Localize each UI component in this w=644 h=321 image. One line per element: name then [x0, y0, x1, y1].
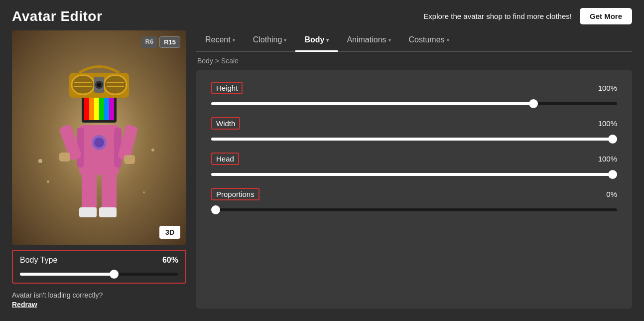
height-label: Height: [211, 82, 243, 94]
width-label-row: Width 100%: [211, 117, 617, 130]
body-type-section: Body Type 60%: [12, 250, 186, 284]
height-slider-row: Height 100%: [211, 82, 617, 107]
proportions-label: Proportions: [211, 188, 259, 200]
tab-clothing[interactable]: Clothing ▾: [244, 30, 296, 52]
scale-panel: Height 100% Width 100% Head 100%: [196, 70, 632, 309]
tab-clothing-label: Clothing: [253, 35, 282, 44]
width-slider-row: Width 100%: [211, 117, 617, 143]
svg-rect-31: [59, 153, 70, 161]
page-title: Avatar Editor: [12, 8, 102, 24]
height-slider[interactable]: [211, 102, 617, 105]
svg-point-28: [97, 83, 101, 87]
body-type-slider[interactable]: [20, 273, 178, 276]
avatar-issue-text: Avatar isn't loading correctly?: [12, 291, 103, 299]
costumes-chevron-icon: ▾: [447, 37, 449, 43]
svg-rect-4: [102, 172, 117, 212]
svg-rect-3: [82, 172, 97, 212]
width-slider[interactable]: [211, 138, 617, 141]
avatar-preview: R6 R15: [12, 30, 186, 245]
head-label-row: Head 100%: [211, 153, 617, 165]
header: Avatar Editor Explore the avatar shop to…: [0, 0, 644, 30]
head-slider[interactable]: [211, 173, 617, 176]
tab-animations-label: Animations: [347, 35, 386, 44]
head-label: Head: [211, 153, 239, 165]
proportions-value: 0%: [606, 190, 617, 198]
view-3d-button[interactable]: 3D: [159, 226, 180, 239]
proportions-label-row: Proportions 0%: [211, 188, 617, 200]
avatar-issue-section: Avatar isn't loading correctly? Redraw: [12, 291, 186, 309]
redraw-link[interactable]: Redraw: [12, 301, 186, 309]
width-value: 100%: [598, 119, 617, 128]
body-type-header: Body Type 60%: [20, 256, 178, 265]
width-label: Width: [211, 117, 240, 130]
tab-costumes-label: Costumes: [409, 35, 445, 44]
breadcrumb: Body > Scale: [196, 57, 632, 65]
svg-rect-5: [79, 207, 97, 217]
head-slider-row: Head 100%: [211, 153, 617, 178]
svg-point-8: [94, 138, 104, 148]
svg-rect-6: [99, 207, 117, 217]
tab-animations[interactable]: Animations ▾: [338, 30, 399, 52]
right-panel: Recent ▾ Clothing ▾ Body ▾ Animations ▾ …: [196, 30, 632, 309]
recent-chevron-icon: ▾: [233, 37, 235, 43]
height-value: 100%: [598, 84, 617, 92]
svg-rect-32: [124, 155, 135, 164]
badge-r15: R15: [159, 36, 180, 48]
left-panel: R6 R15: [12, 30, 186, 309]
animations-chevron-icon: ▾: [388, 37, 391, 43]
proportions-slider-row: Proportions 0%: [211, 188, 617, 213]
tab-body[interactable]: Body ▾: [295, 30, 338, 52]
head-value: 100%: [598, 155, 617, 163]
main-layout: R6 R15: [0, 30, 644, 321]
body-chevron-icon: ▾: [326, 37, 329, 43]
tab-costumes[interactable]: Costumes ▾: [400, 30, 458, 52]
tab-recent-label: Recent: [205, 35, 231, 44]
tab-bar: Recent ▾ Clothing ▾ Body ▾ Animations ▾ …: [196, 30, 632, 52]
sparkle-1: [38, 159, 42, 163]
tab-body-label: Body: [304, 35, 324, 44]
get-more-button[interactable]: Get More: [580, 8, 632, 24]
body-type-value: 60%: [162, 256, 178, 265]
header-right: Explore the avatar shop to find more clo…: [423, 8, 632, 24]
proportions-slider[interactable]: [211, 208, 617, 211]
body-type-label: Body Type: [20, 256, 57, 265]
clothing-chevron-icon: ▾: [284, 37, 286, 43]
tab-recent[interactable]: Recent ▾: [196, 30, 244, 52]
avatar-figure: [44, 45, 154, 245]
promo-text: Explore the avatar shop to find more clo…: [423, 12, 572, 20]
height-label-row: Height 100%: [211, 82, 617, 94]
